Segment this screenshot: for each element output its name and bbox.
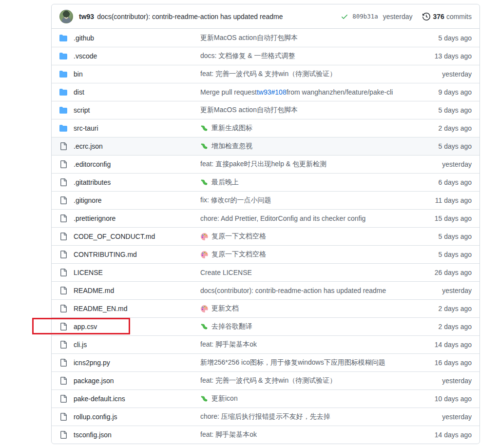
row-commit-message-link[interactable]: docs(contributor): contrib-readme-action… bbox=[200, 287, 403, 294]
row-commit-message-link[interactable]: Merge pull request tw93#108 from wanghan… bbox=[200, 88, 403, 96]
file-name-link[interactable]: cli.js bbox=[74, 341, 200, 349]
file-name-link[interactable]: .ecrc.json bbox=[74, 142, 200, 150]
table-row[interactable]: CONTRIBUTING.md 复原一下文档空格 5 days ago bbox=[52, 245, 479, 263]
table-row[interactable]: .gitattributes 最后晚上 6 days ago bbox=[52, 173, 479, 191]
row-commit-message-link[interactable]: feat: 直接pake时只出现help & 包更新检测 bbox=[200, 160, 403, 169]
file-name-link[interactable]: rollup.config.js bbox=[74, 413, 200, 421]
last-commit-date: 6 days ago bbox=[403, 178, 472, 186]
file-icon bbox=[59, 323, 67, 331]
table-row[interactable]: .prettierignore chore: Add Prettier, Edi… bbox=[52, 209, 479, 227]
commit-message-link[interactable]: docs(contributor): contrib-readme-action… bbox=[97, 13, 283, 20]
table-row[interactable]: tsconfig.json feat: 脚手架基本ok 14 days ago bbox=[52, 426, 479, 444]
table-row[interactable]: README.md docs(contributor): contrib-rea… bbox=[52, 281, 479, 299]
table-row[interactable]: .vscode docs: 文档修复 & 一些格式调整 13 days ago bbox=[52, 47, 479, 65]
row-commit-message-link[interactable]: fix: 修改cr的一点小问题 bbox=[200, 196, 403, 205]
last-commit-date: 5 days ago bbox=[403, 106, 472, 114]
table-row[interactable]: .github 更新MacOS action自动打包脚本 5 days ago bbox=[52, 29, 479, 47]
file-name-link[interactable]: .gitignore bbox=[74, 196, 200, 204]
row-commit-message-link[interactable]: docs: 文档修复 & 一些格式调整 bbox=[200, 52, 403, 60]
file-icon bbox=[59, 142, 67, 150]
file-name-link[interactable]: src-tauri bbox=[74, 124, 200, 132]
row-commit-message-link[interactable]: feat: 完善一波代码 & 支持win（待测试验证） bbox=[200, 376, 403, 385]
table-row[interactable]: .gitignore fix: 修改cr的一点小问题 11 days ago bbox=[52, 191, 479, 209]
commit-hash-link[interactable]: 809b31a bbox=[352, 13, 378, 20]
row-commit-message-link[interactable]: 去掉谷歌翻译 bbox=[200, 322, 403, 331]
table-row[interactable]: dist Merge pull request tw93#108 from wa… bbox=[52, 83, 479, 101]
file-name-link[interactable]: CODE_OF_CONDUCT.md bbox=[74, 233, 200, 240]
file-name-link[interactable]: dist bbox=[74, 88, 200, 96]
file-name-link[interactable]: README.md bbox=[74, 287, 200, 294]
table-row[interactable]: app.csv 去掉谷歌翻译 2 days ago bbox=[52, 317, 479, 335]
file-name-link[interactable]: LICENSE bbox=[74, 269, 200, 276]
row-commit-message-link[interactable]: chore: 压缩后执行报错提示不友好，先去掉 bbox=[200, 412, 403, 421]
file-icon bbox=[59, 178, 67, 186]
last-commit-date: yesterday bbox=[403, 70, 472, 78]
file-name-link[interactable]: bin bbox=[74, 70, 200, 78]
table-row[interactable]: pake-default.icns 更新icon 10 days ago bbox=[52, 390, 479, 408]
file-name-link[interactable]: pake-default.icns bbox=[74, 395, 200, 403]
row-commit-message-link[interactable]: feat: 脚手架基本ok bbox=[200, 340, 403, 349]
lizard-emoji bbox=[200, 142, 209, 151]
history-clock-icon bbox=[422, 13, 430, 20]
table-row[interactable]: LICENSE Create LICENSE 26 days ago bbox=[52, 263, 479, 281]
table-row[interactable]: README_EN.md 更新文档 2 days ago bbox=[52, 299, 479, 317]
file-name-link[interactable]: .prettierignore bbox=[74, 214, 200, 222]
folder-icon bbox=[59, 34, 67, 42]
row-commit-message-link[interactable]: 重新生成图标 bbox=[200, 124, 403, 133]
row-commit-message-link[interactable]: 更新文档 bbox=[200, 304, 403, 313]
file-name-link[interactable]: package.json bbox=[74, 377, 200, 385]
row-commit-message-link[interactable]: feat: 完善一波代码 & 支持win（待测试验证） bbox=[200, 70, 403, 78]
table-row[interactable]: package.json feat: 完善一波代码 & 支持win（待测试验证）… bbox=[52, 371, 479, 390]
row-commit-message-link[interactable]: feat: 脚手架基本ok bbox=[200, 430, 403, 439]
row-commit-message-link[interactable]: 更新MacOS action自动打包脚本 bbox=[200, 34, 403, 42]
file-name-link[interactable]: icns2png.py bbox=[74, 359, 200, 367]
commit-meta: 809b31a yesterday 376 commits bbox=[341, 13, 472, 20]
last-commit-date: 15 days ago bbox=[403, 214, 472, 222]
last-commit-date: 9 days ago bbox=[403, 88, 472, 96]
pr-reference-link[interactable]: tw93#108 bbox=[257, 88, 287, 96]
row-commit-message-link[interactable]: 更新MacOS action自动打包脚本 bbox=[200, 106, 403, 115]
table-row[interactable]: script 更新MacOS action自动打包脚本 5 days ago bbox=[52, 101, 479, 119]
file-name-link[interactable]: CONTRIBUTING.md bbox=[74, 251, 200, 258]
palette-emoji bbox=[200, 305, 209, 313]
file-name-link[interactable]: .editorconfig bbox=[74, 160, 200, 168]
last-commit-date: 14 days ago bbox=[403, 431, 472, 439]
avatar[interactable] bbox=[59, 10, 73, 23]
file-name-link[interactable]: .vscode bbox=[74, 52, 200, 60]
file-name-link[interactable]: app.csv bbox=[74, 323, 200, 331]
folder-icon bbox=[59, 52, 67, 60]
commits-count: 376 bbox=[433, 13, 444, 20]
table-row[interactable]: icns2png.py 新增256*256 ico图标，用于修复windows下… bbox=[52, 353, 479, 371]
table-row[interactable]: src-tauri 重新生成图标 2 days ago bbox=[52, 119, 479, 137]
lizard-emoji bbox=[200, 124, 209, 133]
row-commit-message-link[interactable]: 更新icon bbox=[200, 394, 403, 403]
table-row[interactable]: .editorconfig feat: 直接pake时只出现help & 包更新… bbox=[52, 155, 479, 173]
file-name-link[interactable]: README_EN.md bbox=[74, 305, 200, 312]
commit-history-link[interactable]: 376 commits bbox=[422, 13, 472, 20]
row-commit-message-link[interactable]: 复原一下文档空格 bbox=[200, 250, 403, 259]
file-icon bbox=[59, 233, 67, 240]
row-commit-message-link[interactable]: 新增256*256 ico图标，用于修复windows下应用图标模糊问题 bbox=[200, 358, 403, 367]
table-row[interactable]: bin feat: 完善一波代码 & 支持win（待测试验证） yesterda… bbox=[52, 65, 479, 83]
file-icon bbox=[59, 251, 67, 258]
palette-emoji bbox=[200, 251, 209, 259]
last-commit-date: yesterday bbox=[403, 287, 472, 294]
check-icon bbox=[341, 13, 348, 20]
row-commit-message-link[interactable]: Create LICENSE bbox=[200, 269, 403, 276]
file-icon bbox=[59, 413, 67, 421]
row-commit-message-link[interactable]: 最后晚上 bbox=[200, 178, 403, 187]
file-name-link[interactable]: .github bbox=[74, 34, 200, 42]
table-row[interactable]: CODE_OF_CONDUCT.md 复原一下文档空格 5 days ago bbox=[52, 227, 479, 245]
file-name-link[interactable]: .gitattributes bbox=[74, 178, 200, 186]
commit-author-link[interactable]: tw93 bbox=[79, 13, 94, 20]
file-name-link[interactable]: tsconfig.json bbox=[74, 431, 200, 439]
table-row[interactable]: rollup.config.js chore: 压缩后执行报错提示不友好，先去掉… bbox=[52, 408, 479, 426]
file-name-link[interactable]: script bbox=[74, 106, 200, 114]
row-commit-message-link[interactable]: chore: Add Prettier, EditorConfig and it… bbox=[200, 214, 403, 222]
last-commit-date: yesterday bbox=[403, 160, 472, 168]
table-row[interactable]: .ecrc.json 增加检查忽视 5 days ago bbox=[52, 137, 479, 155]
last-commit-date: 14 days ago bbox=[403, 341, 472, 349]
row-commit-message-link[interactable]: 增加检查忽视 bbox=[200, 142, 403, 151]
row-commit-message-link[interactable]: 复原一下文档空格 bbox=[200, 232, 403, 241]
table-row[interactable]: cli.js feat: 脚手架基本ok 14 days ago bbox=[52, 335, 479, 353]
